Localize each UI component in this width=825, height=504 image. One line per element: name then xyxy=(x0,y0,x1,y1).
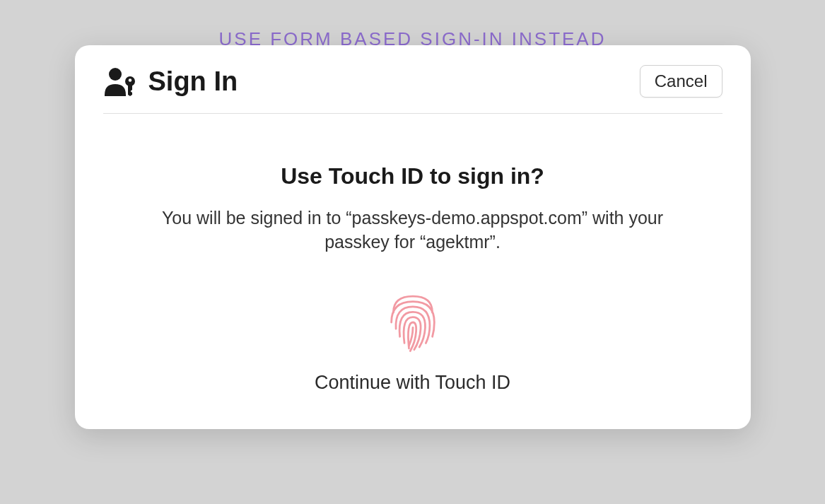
svg-point-0 xyxy=(109,68,122,81)
touchid-prompt-description: You will be signed in to “passkeys-demo.… xyxy=(151,206,674,254)
touchid-prompt-heading: Use Touch ID to sign in? xyxy=(103,163,722,189)
continue-touchid-label: Continue with Touch ID xyxy=(103,372,722,394)
dialog-title: Sign In xyxy=(148,66,238,97)
svg-point-2 xyxy=(128,78,131,81)
dialog-header-left: Sign In xyxy=(103,66,238,97)
dialog-body: Use Touch ID to sign in? You will be sig… xyxy=(103,114,722,394)
cancel-button[interactable]: Cancel xyxy=(640,65,722,98)
signin-dialog: Sign In Cancel Use Touch ID to sign in? … xyxy=(75,45,751,429)
fingerprint-icon[interactable] xyxy=(380,290,445,355)
dialog-header: Sign In Cancel xyxy=(103,65,722,114)
passkey-icon xyxy=(103,66,139,96)
